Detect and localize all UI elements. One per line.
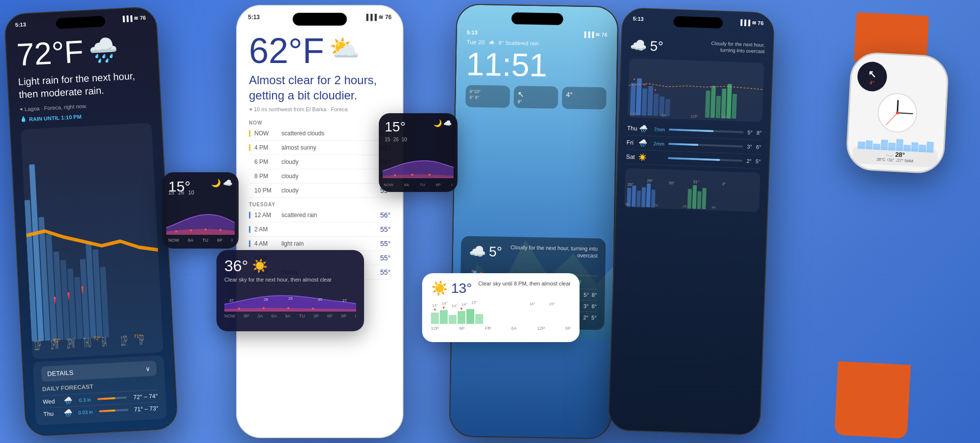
phone2-location-text: 10 mi northwest from El Barka · Foreca [254,106,348,112]
apple-watch: ↖ 4° ☁️ 28° 28°C ↑31° ↓27° 5MM [822,11,980,441]
svg-text:▼: ▼ [53,292,57,308]
w3-num-3: 10 [401,137,407,142]
p4-fc-precip-thu: 7mm [647,126,665,132]
widget2-sun-icon: ☀️ [252,258,268,274]
svg-point-35 [394,174,396,176]
phone1-battery-icons: ▐▐▐ ≋ 76 [121,15,146,23]
p2-temp-2am: 55° [380,225,391,233]
p2-row-4pm: 4 PM almost sunny 61° [249,141,391,155]
chevron-down-icon: ∨ [145,365,151,373]
watch-complication-weather: ☁️ 28° 28°C ↑31° ↓27° 5MM [852,146,939,168]
p2-yellow-bar-4pm [249,144,250,151]
p4-fc-bar-sat [668,157,742,161]
widget3-numbers: 15 26 10 [385,137,452,142]
svg-text:4A: 4A [711,205,716,209]
phone1-chart: ▼ ▼ ▼ 12P 1PM 2PM THU 6A 12P 6P 72° 72° … [21,123,163,359]
p2-blue-bar-2am [249,226,250,233]
phone1-bottom: DETAILS ∨ DAILY FORECAST Wed 🌧️ 0.3 in 7… [33,355,167,426]
fc-precip-wed: 0.3 in [79,397,91,403]
widget2-description: Clear sky for the next hour, then almost… [224,276,356,283]
svg-text:14°: 14° [432,303,438,308]
p2-blue-bar-4am [249,240,250,247]
watch-complication-nav: ↖ 4° [857,61,888,92]
w2-tl-9p2: 9P [341,314,346,318]
w2-tl-now: NOW [224,314,235,318]
p2-time-8pm: 8 PM [254,173,281,180]
p3-low-thu: 5° [583,292,589,298]
svg-text:28°: 28° [627,182,633,187]
watch-minute-hand [897,112,913,114]
phone1-temp-display: 72°F 🌧️ [16,32,148,71]
phone1-details-button[interactable]: DETAILS ∨ [41,360,156,381]
watch-clock [877,92,918,133]
widget1-numbers: 15 26 10 [168,190,194,195]
phone1-temperature: 72°F [16,35,84,70]
location-icon: ◂ [20,106,23,112]
phone3-battery-icons: ▐▐▐ ≋ 76 [582,32,608,38]
svg-text:25: 25 [288,296,293,301]
phone3-date: Tue 20 [466,39,485,46]
p2-desc-10pm: cloudy [281,187,380,194]
p3-high-sat: 5° [591,315,597,320]
svg-rect-83 [716,96,721,118]
watch-weather-icon: ☁️ [886,150,894,158]
svg-text:15°: 15° [471,300,477,305]
svg-point-26 [238,308,240,310]
phone3-widget-temp2: 4° [562,87,607,110]
widget3-temp: 15° [385,119,405,135]
svg-rect-100 [687,189,692,209]
widget1-cloud-icon: ☁️ [223,178,233,188]
svg-text:▼: ▼ [471,269,474,272]
tl-6a: 6A [188,238,193,243]
svg-point-28 [287,307,289,309]
watch-bar-2 [865,140,873,150]
p4-low-sat: 2° [746,158,752,164]
svg-point-25 [219,229,221,231]
p2-temp-6am: 55° [380,254,391,262]
phone3-widget-compass: ↖ 8° [514,86,558,109]
w3-tl-6a: 6A [404,183,409,187]
p3-low-sat: 2° [583,315,588,320]
phone2-battery-icons: ▐▐▐ ≋ 76 [364,14,392,21]
widget4-temp-display: ☀️ 13° [431,280,472,296]
svg-point-27 [263,307,265,309]
phone1-description: Light rain for the next hour, then moder… [18,68,150,101]
svg-text:12P: 12P [690,114,697,119]
svg-text:▼: ▼ [653,88,657,92]
p4-fc-icon-thu: 🌧️ [639,125,648,133]
p4-high-sat: 5° [756,158,761,164]
svg-point-23 [190,229,192,231]
svg-text:29°: 29° [647,179,653,183]
p4-fc-temps-sat: 2° 5° [746,158,761,164]
p2-row-4am: 4 AM light rain 55° [249,237,391,251]
p2-tuesday-label: TUESDAY [249,202,391,207]
w2-tl-6a: 6A [271,314,276,318]
phone3-weather-badge-icon: ☁️ [489,40,494,45]
watch-bar-4 [881,140,888,151]
fc-day-thu: Thu [43,410,59,418]
watch-center-dot [896,111,899,114]
widget2: 36° ☀️ Clear sky for the next hour, then… [216,250,364,331]
svg-text:▼: ▼ [433,308,437,312]
fc-precip-thu: 0.03 in [78,409,93,415]
p4-fc-temps-thu: 5° 8° [747,129,762,136]
watch-face: ↖ 4° ☁️ 28° 28°C ↑31° ↓27° 5MM [847,53,948,173]
p4-fc-fill-thu [669,128,713,132]
p3-header: ☁️ 5° Cloudy for the next hour, turning … [469,243,598,262]
watch-bar-10 [926,141,934,153]
p2-now-label: NOW [249,120,391,126]
phone1-location-text: Lagoa · Foreca, right now. [25,103,88,112]
svg-text:16°: 16° [529,302,535,306]
svg-rect-97 [641,187,645,207]
w2-tl-tu: TU [299,314,305,318]
fc-bar-fill-thu [99,410,115,412]
svg-rect-78 [653,94,659,116]
p2-row-10pm: 10 PM cloudy 55° [249,184,391,198]
p2-row-2am: 2 AM 55° [249,222,391,237]
p3-cloud-icon: ☁️ [469,243,487,260]
phone2-temp-display: 62°F ⛅ [249,33,391,68]
watch-temperature: 28° [895,151,905,158]
phone1-rain-badge: 💧 RAIN UNTIL 1:10 PM [20,109,151,123]
watch-nav-icon: ↖ [868,68,877,80]
svg-rect-75 [636,78,642,115]
